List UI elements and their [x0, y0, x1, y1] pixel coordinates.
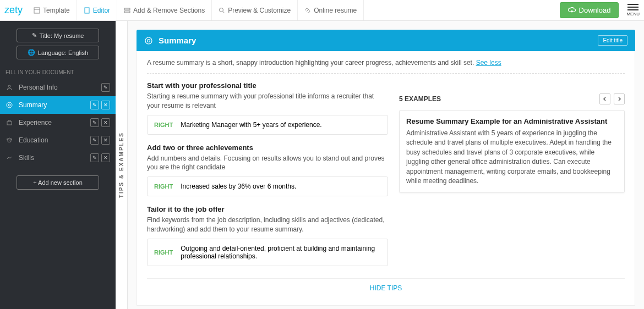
examples-header: 5 EXAMPLES [399, 93, 625, 104]
content-area: Summary Edit title A resume summary is a… [128, 21, 644, 309]
example-text: Marketing Manager with 5+ years of exper… [181, 121, 321, 129]
delete-icon[interactable]: ✕ [101, 136, 110, 145]
editor-icon [84, 7, 90, 14]
prev-example-button[interactable] [599, 93, 610, 104]
svg-rect-3 [124, 8, 130, 10]
svg-point-5 [220, 8, 223, 12]
right-tag: RIGHT [154, 183, 173, 190]
tips-tab-label: TIPS & EXAMPLES [118, 132, 124, 198]
nav-label: Online resume [314, 7, 357, 14]
hamburger-icon [627, 4, 638, 10]
tip-text: Find keywords from the job description, … [147, 216, 388, 234]
example-text: Outgoing and detail-oriented, proficient… [181, 245, 381, 260]
nav-editor[interactable]: Editor [77, 0, 117, 20]
target-icon [144, 36, 153, 45]
language-label: Language: English [38, 49, 88, 56]
delete-icon[interactable]: ✕ [101, 118, 110, 127]
example-title: Resume Summary Example for an Administra… [406, 117, 618, 125]
example-body: Administrative Assistant with 5 years of… [406, 129, 618, 186]
nav-template[interactable]: Template [27, 0, 77, 20]
sections-icon [124, 7, 130, 14]
sidebar-item-label: Experience [19, 119, 52, 126]
person-icon [6, 84, 13, 91]
edit-icon[interactable]: ✎ [90, 136, 99, 145]
delete-icon[interactable]: ✕ [101, 101, 110, 109]
nav-label: Template [43, 7, 70, 14]
sidebar-item-skills[interactable]: Skills ✎✕ [0, 149, 116, 167]
title-label: Title: My resume [40, 32, 84, 39]
section-header: Summary Edit title [137, 30, 635, 51]
sidebar-item-label: Education [19, 136, 48, 144]
nav-add-remove[interactable]: Add & Remove Sections [117, 0, 212, 20]
sidebar-item-summary[interactable]: Summary ✎✕ [0, 96, 116, 114]
nav-label: Preview & Customize [228, 7, 291, 14]
example-box: RIGHT Increased sales by 36% over 6 mont… [147, 176, 388, 196]
template-icon [34, 7, 40, 14]
preview-icon [219, 7, 225, 14]
target-icon [6, 102, 13, 108]
briefcase-icon [6, 119, 13, 126]
title-button[interactable]: ✎ Title: My resume [17, 29, 99, 42]
sidebar-section-label: FILL IN YOUR DOCUMENT [0, 62, 116, 79]
delete-icon[interactable]: ✕ [101, 153, 110, 162]
sidebar-item-label: Personal Info [19, 84, 58, 91]
example-box: RIGHT Marketing Manager with 5+ years of… [147, 115, 388, 135]
svg-line-6 [223, 12, 225, 13]
sidebar-item-label: Skills [19, 154, 34, 162]
cloud-download-icon [568, 7, 576, 14]
edit-icon[interactable]: ✎ [90, 101, 99, 109]
next-example-button[interactable] [614, 93, 625, 104]
see-less-link[interactable]: See less [476, 59, 501, 67]
sidebar-item-experience[interactable]: Experience ✎✕ [0, 114, 116, 131]
tip-block: Add two or three achievements Add number… [147, 144, 388, 197]
edit-icon[interactable]: ✎ [101, 83, 110, 92]
chevron-right-icon [617, 97, 621, 101]
svg-rect-2 [85, 8, 89, 13]
svg-point-7 [8, 85, 10, 87]
examples-count: 5 EXAMPLES [399, 95, 599, 103]
sidebar: ✎ Title: My resume 🌐 Language: English F… [0, 21, 116, 309]
language-button[interactable]: 🌐 Language: English [17, 46, 99, 59]
sidebar-item-personal[interactable]: Personal Info ✎ [0, 79, 116, 96]
intro-text: A resume summary is a short, snappy intr… [147, 59, 625, 74]
nav-label: Editor [93, 7, 110, 14]
svg-point-12 [148, 39, 150, 42]
tip-heading: Start with your professional title [147, 81, 388, 90]
svg-point-9 [8, 104, 10, 106]
top-nav: Template Editor Add & Remove Sections Pr… [27, 0, 364, 20]
menu-label: MENU [626, 12, 640, 16]
nav-label: Add & Remove Sections [133, 7, 205, 14]
chevron-left-icon [603, 97, 607, 101]
edit-icon[interactable]: ✎ [90, 153, 99, 162]
menu-button[interactable]: MENU [626, 4, 640, 16]
hide-tips-button[interactable]: HIDE TIPS [147, 278, 625, 297]
tip-text: Starting a resume summary with your prof… [147, 92, 388, 111]
tip-text: Add numbers and details. Focusing on res… [147, 154, 388, 173]
example-card: Resume Summary Example for an Administra… [399, 110, 625, 193]
add-section-button[interactable]: + Add new section [17, 175, 99, 190]
skills-icon [6, 154, 13, 161]
top-bar: zety Template Editor Add & Remove Sectio… [0, 0, 644, 21]
sidebar-item-label: Summary [19, 101, 47, 109]
example-text: Increased sales by 36% over 6 months. [181, 183, 296, 190]
tips-tab[interactable]: TIPS & EXAMPLES [116, 21, 128, 309]
edit-icon[interactable]: ✎ [90, 118, 99, 127]
nav-preview[interactable]: Preview & Customize [212, 0, 298, 20]
globe-icon: 🌐 [28, 49, 35, 56]
tip-block: Tailor it to the job offer Find keywords… [147, 205, 388, 266]
svg-rect-4 [124, 11, 130, 13]
graduation-icon [6, 137, 13, 144]
sidebar-item-education[interactable]: Education ✎✕ [0, 131, 116, 149]
edit-title-button[interactable]: Edit title [598, 35, 627, 46]
tip-heading: Tailor it to the job offer [147, 205, 388, 213]
tip-heading: Add two or three achievements [147, 144, 388, 152]
section-title: Summary [159, 36, 598, 45]
link-icon [304, 7, 311, 14]
nav-online[interactable]: Online resume [298, 0, 364, 20]
tip-block: Start with your professional title Start… [147, 81, 388, 135]
download-label: Download [579, 6, 611, 14]
pencil-icon: ✎ [32, 32, 37, 39]
download-button[interactable]: Download [560, 2, 619, 18]
example-box: RIGHT Outgoing and detail-oriented, prof… [147, 239, 388, 266]
svg-rect-0 [34, 8, 40, 13]
